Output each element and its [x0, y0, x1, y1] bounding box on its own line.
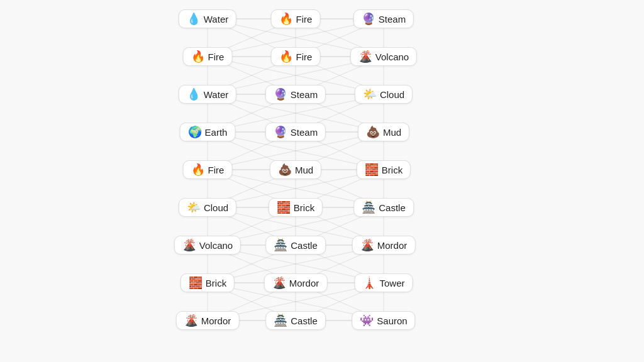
node-water-r2c0[interactable]: 💧Water — [179, 85, 236, 104]
earth-icon: 🌍 — [188, 126, 202, 138]
steam-icon: 🔮 — [274, 89, 287, 100]
node-label: Castle — [291, 315, 318, 326]
sauron-icon: 👾 — [360, 315, 374, 326]
node-volcano-r6c0[interactable]: 🌋Volcano — [174, 236, 241, 255]
node-label: Brick — [206, 278, 226, 288]
node-sauron-r8c2[interactable]: 👾Sauron — [352, 311, 415, 330]
node-cloud-r5c0[interactable]: 🌤️Cloud — [179, 198, 236, 217]
mordor-icon: 🌋 — [360, 239, 374, 251]
node-mud-r3c2[interactable]: 💩Mud — [358, 123, 409, 141]
node-mordor-r8c0[interactable]: 🌋Mordor — [176, 311, 240, 330]
node-fire-r0c1[interactable]: 🔥Fire — [271, 9, 321, 28]
brick-icon: 🧱 — [277, 202, 291, 213]
node-label: Mud — [383, 127, 401, 138]
node-brick-r4c2[interactable]: 🧱Brick — [357, 160, 411, 179]
node-fire-r1c0[interactable]: 🔥Fire — [183, 47, 233, 66]
brick-icon: 🧱 — [189, 277, 203, 288]
water-icon: 💧 — [187, 13, 201, 25]
castle-icon: 🏯 — [274, 315, 287, 326]
node-steam-r3c1[interactable]: 🔮Steam — [265, 123, 326, 141]
node-brick-r5c1[interactable]: 🧱Brick — [269, 198, 323, 217]
mordor-icon: 🌋 — [272, 277, 286, 288]
node-fire-r4c0[interactable]: 🔥Fire — [183, 160, 233, 179]
brick-icon: 🧱 — [365, 164, 379, 175]
fire-icon: 🔥 — [279, 13, 293, 25]
volcano-icon: 🌋 — [358, 51, 372, 62]
node-label: Brick — [382, 165, 402, 175]
node-label: Cloud — [204, 202, 228, 213]
node-label: Fire — [208, 165, 225, 175]
node-label: Earth — [205, 127, 228, 138]
node-label: Steam — [291, 89, 318, 100]
mordor-icon: 🌋 — [184, 315, 198, 326]
fire-icon: 🔥 — [279, 51, 293, 62]
fire-icon: 🔥 — [191, 164, 205, 175]
node-label: Cloud — [380, 89, 404, 100]
node-mud-r4c1[interactable]: 💩Mud — [270, 160, 321, 179]
node-mordor-r7c1[interactable]: 🌋Mordor — [264, 273, 328, 292]
node-tower-r7c2[interactable]: 🗼Tower — [354, 273, 413, 292]
volcano-icon: 🌋 — [182, 239, 196, 251]
cloud-icon: 🌤️ — [187, 202, 201, 213]
node-label: Sauron — [377, 315, 407, 326]
node-earth-r3c0[interactable]: 🌍Earth — [180, 123, 236, 141]
node-cloud-r2c2[interactable]: 🌤️Cloud — [355, 85, 413, 104]
cloud-icon: 🌤️ — [363, 89, 377, 100]
node-label: Brick — [294, 202, 314, 213]
node-volcano-r1c2[interactable]: 🌋Volcano — [350, 47, 417, 66]
node-label: Mud — [295, 165, 313, 175]
node-label: Volcano — [375, 52, 409, 62]
node-label: Mordor — [377, 240, 408, 251]
node-label: Water — [204, 89, 228, 100]
node-castle-r5c2[interactable]: 🏯Castle — [353, 198, 414, 217]
fire-icon: 🔥 — [191, 51, 205, 62]
node-mordor-r6c2[interactable]: 🌋Mordor — [352, 236, 416, 255]
node-label: Volcano — [199, 240, 233, 251]
node-fire-r1c1[interactable]: 🔥Fire — [271, 47, 321, 66]
nodes-container: 💧Water🔥Fire🔮Steam🔥Fire🔥Fire🌋Volcano💧Wate… — [0, 0, 644, 362]
water-icon: 💧 — [187, 89, 201, 100]
mud-icon: 💩 — [278, 164, 292, 175]
steam-icon: 🔮 — [362, 13, 375, 25]
node-label: Fire — [208, 52, 225, 62]
node-steam-r0c2[interactable]: 🔮Steam — [353, 9, 414, 28]
node-water-r0c0[interactable]: 💧Water — [179, 9, 236, 28]
steam-icon: 🔮 — [274, 126, 287, 138]
node-castle-r8c1[interactable]: 🏯Castle — [265, 311, 326, 330]
castle-icon: 🏯 — [274, 239, 287, 251]
mud-icon: 💩 — [366, 126, 380, 138]
node-label: Fire — [296, 52, 313, 62]
node-label: Steam — [379, 14, 406, 25]
node-label: Water — [204, 14, 228, 25]
node-label: Tower — [379, 278, 404, 288]
node-label: Mordor — [201, 315, 231, 326]
node-label: Fire — [296, 14, 313, 25]
castle-icon: 🏯 — [362, 202, 375, 213]
node-label: Steam — [291, 127, 318, 138]
node-steam-r2c1[interactable]: 🔮Steam — [265, 85, 326, 104]
tower-icon: 🗼 — [362, 277, 376, 288]
node-brick-r7c0[interactable]: 🧱Brick — [180, 273, 235, 292]
node-castle-r6c1[interactable]: 🏯Castle — [265, 236, 326, 255]
node-label: Castle — [291, 240, 318, 251]
node-label: Mordor — [289, 278, 319, 288]
node-label: Castle — [379, 202, 406, 213]
